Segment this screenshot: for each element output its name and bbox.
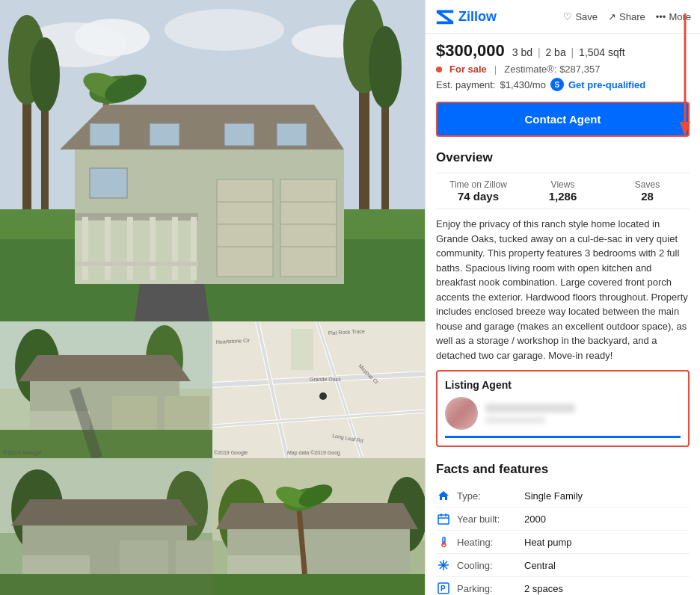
- facts-row-year: Year built: 2000: [436, 508, 690, 531]
- svg-rect-42: [224, 123, 254, 146]
- photo-row3-left[interactable]: [0, 458, 212, 595]
- type-value: Single Family: [524, 490, 583, 502]
- for-sale-dot: [436, 67, 442, 73]
- beds-baths-sqft: 3 bd | 2 ba | 1,504 sqft: [512, 46, 625, 58]
- listing-price: $300,000: [436, 41, 505, 61]
- agent-name: [485, 404, 575, 413]
- agent-avatar: [445, 397, 478, 430]
- est-payment-row: Est. payment: $1,430/mo S Get pre-qualif…: [436, 78, 690, 91]
- baths: 2 ba: [545, 46, 565, 58]
- views-value: 1,286: [521, 190, 605, 203]
- zillow-brand-name: Zillow: [458, 9, 497, 25]
- more-dots-icon: •••: [656, 11, 666, 22]
- overview-title: Overview: [436, 150, 690, 165]
- est-payment-label: Est. payment:: [436, 79, 495, 90]
- svg-point-3: [165, 9, 284, 51]
- more-label: More: [669, 11, 691, 22]
- agent-avatar-blur: [445, 397, 478, 430]
- facts-row-cooling: Cooling: Central: [436, 554, 690, 577]
- separator-pipe: |: [494, 64, 497, 75]
- stat-saves: Saves 28: [605, 179, 690, 203]
- overview-section: Overview Time on Zillow 74 days Views 1,…: [426, 143, 700, 370]
- photo-row3-right[interactable]: [212, 458, 425, 595]
- svg-rect-107: [443, 541, 445, 545]
- svg-point-2: [75, 19, 150, 56]
- svg-rect-30: [191, 217, 197, 280]
- prequalify-button[interactable]: Get pre-qualified: [568, 79, 645, 90]
- svg-point-8: [30, 37, 60, 112]
- agent-bottom-line: [445, 436, 681, 438]
- svg-marker-90: [216, 503, 418, 529]
- home-icon: [436, 488, 451, 503]
- svg-rect-40: [90, 123, 120, 146]
- photo-panel: ©2019 Google: [0, 0, 425, 595]
- sqft: 1,504 sqft: [579, 46, 625, 58]
- separator-1: |: [538, 46, 541, 58]
- stats-row: Time on Zillow 74 days Views 1,286 Saves…: [436, 173, 690, 209]
- zestimate: Zestimate®: $287,357: [504, 64, 600, 75]
- photo-bottom-left[interactable]: ©2019 Google: [0, 321, 212, 458]
- heating-label: Heating:: [457, 537, 524, 548]
- facts-title: Facts and features: [436, 462, 690, 477]
- calendar-icon: [436, 511, 451, 526]
- contact-agent-wrapper: Contact Agent: [426, 96, 700, 143]
- svg-text:Map data ©2019 Goog: Map data ©2019 Goog: [287, 450, 340, 456]
- for-sale-label: For sale: [449, 64, 487, 75]
- time-on-zillow-value: 74 days: [436, 190, 521, 203]
- share-button[interactable]: ↗ Share: [608, 11, 645, 22]
- listing-description: Enjoy the privacy of this ranch style ho…: [436, 217, 690, 363]
- header-actions: ♡ Save ↗ Share ••• More: [563, 11, 691, 22]
- header: Zillow ♡ Save ↗ Share ••• More: [426, 0, 700, 34]
- facts-section: Facts and features Type: Single Family Y…: [426, 454, 700, 595]
- parking-label: Parking:: [457, 583, 524, 594]
- stat-time-on-zillow: Time on Zillow 74 days: [436, 179, 521, 203]
- save-label: Save: [575, 11, 598, 22]
- svg-rect-44: [90, 168, 127, 198]
- svg-text:©2019 Google: ©2019 Google: [3, 449, 42, 456]
- year-value: 2000: [524, 514, 546, 525]
- facts-row-heating: Heating: Heat pump: [436, 531, 690, 554]
- svg-marker-100: [438, 491, 449, 500]
- svg-marker-50: [19, 355, 191, 381]
- contact-agent-button[interactable]: Contact Agent: [436, 102, 690, 137]
- svg-rect-26: [105, 217, 111, 280]
- svg-point-12: [369, 26, 402, 108]
- photo-row-2: ©2019 Google: [0, 321, 425, 458]
- listing-agent-title: Listing Agent: [445, 379, 681, 391]
- saves-value: 28: [605, 190, 690, 203]
- facts-row-parking: P Parking: 2 spaces: [436, 577, 690, 595]
- svg-rect-92: [212, 574, 425, 595]
- svg-text:©2019 Google: ©2019 Google: [214, 450, 248, 456]
- views-label: Views: [521, 179, 605, 190]
- svg-point-112: [442, 564, 445, 567]
- facts-row-type: Type: Single Family: [436, 484, 690, 508]
- parking-icon: P: [436, 581, 451, 595]
- heating-value: Heat pump: [524, 537, 572, 548]
- svg-rect-101: [438, 515, 449, 524]
- svg-rect-28: [150, 217, 156, 280]
- listing-agent-wrapper: Listing Agent: [426, 370, 700, 454]
- more-button[interactable]: ••• More: [656, 11, 691, 22]
- svg-rect-66: [291, 329, 313, 370]
- prequalify-icon: S: [550, 78, 564, 91]
- svg-rect-29: [172, 217, 178, 280]
- cooling-label: Cooling:: [457, 560, 524, 571]
- agent-info-detail: [485, 416, 545, 424]
- svg-rect-25: [82, 217, 88, 280]
- photo-row-3: [0, 458, 425, 595]
- map-photo[interactable]: Heartstone Cir Flat Rock Trace Maypop Ct…: [212, 321, 425, 458]
- est-payment-value: $1,430/mo: [500, 79, 545, 90]
- parking-value: 2 spaces: [524, 583, 563, 594]
- svg-rect-41: [150, 123, 179, 146]
- right-panel: Zillow ♡ Save ↗ Share ••• More $300,000 …: [425, 0, 700, 595]
- main-photo[interactable]: [0, 0, 425, 321]
- save-button[interactable]: ♡ Save: [563, 11, 598, 22]
- svg-marker-80: [11, 499, 198, 525]
- zillow-logo: Zillow: [435, 6, 497, 27]
- price-row: $300,000 3 bd | 2 ba | 1,504 sqft: [436, 41, 690, 61]
- zestimate-label: Zestimate®:: [504, 64, 556, 75]
- svg-rect-31: [75, 262, 198, 266]
- listing-agent-section: Listing Agent: [436, 370, 690, 447]
- year-label: Year built:: [457, 514, 524, 525]
- cooling-value: Central: [524, 560, 556, 571]
